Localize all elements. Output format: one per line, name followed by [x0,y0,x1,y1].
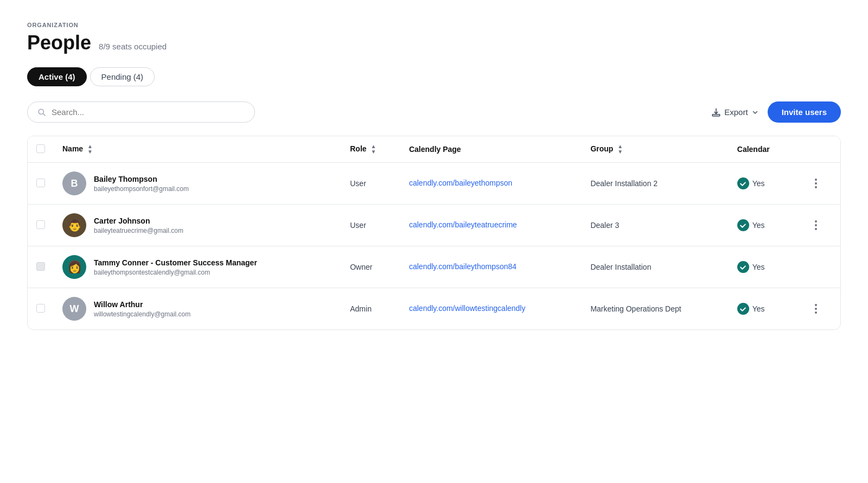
user-role: User [341,163,400,205]
table-row: WWillow Arthurwillowtestingcalendly@gmai… [28,288,840,330]
user-name: Carter Johnson [94,216,183,226]
user-group: Dealer Installation 2 [582,163,728,205]
search-wrapper [27,101,255,123]
user-group: Marketing Operations Dept [582,288,728,330]
calendly-page-link[interactable]: calendly.com/baileyteatruecrime [409,220,517,229]
export-label: Export [724,107,748,117]
avatar: 👨 [62,213,86,237]
user-email: baileyethompsonfort@gmail.com [94,185,189,193]
export-button[interactable]: Export [711,107,758,117]
toolbar: Export Invite users [27,101,841,123]
user-email: willowtestingcalendly@gmail.com [94,310,190,318]
col-group[interactable]: Group ▲▼ [582,136,728,163]
row-checkbox [36,262,45,271]
calendly-page-link[interactable]: calendly.com/willowtestingcalendly [409,304,526,313]
svg-line-1 [43,113,45,115]
col-role[interactable]: Role ▲▼ [341,136,400,163]
chevron-down-icon [751,109,759,116]
calendar-status: Yes [752,304,765,313]
table-row: BBailey Thompsonbaileyethompsonfort@gmai… [28,163,840,205]
avatar: W [62,297,86,321]
org-label: ORGANIZATION [27,22,841,28]
user-email: baileythompsontestcalendly@gmail.com [94,269,257,276]
more-options-button[interactable] [810,302,821,316]
user-email: baileyteatruecrime@gmail.com [94,227,183,234]
user-group: Dealer Installation [582,246,728,288]
avatar: 👩 [62,255,86,279]
people-table: Name ▲▼ Role ▲▼ Calendly Page Group ▲▼ C… [27,136,841,330]
col-name[interactable]: Name ▲▼ [54,136,341,163]
calendly-page-link[interactable]: calendly.com/baileyethompson [409,179,512,187]
tab-pending[interactable]: Pending (4) [90,67,155,86]
calendar-check-icon [737,219,749,231]
table-row: 👩Tammy Conner - Customer Success Manager… [28,246,840,288]
role-sort-icon: ▲▼ [371,144,376,155]
calendar-check-icon [737,303,749,315]
seats-info: 8/9 seats occupied [99,42,167,51]
user-role: Owner [341,246,400,288]
page-title: People [27,31,91,54]
col-actions [802,136,840,163]
tabs-row: Active (4) Pending (4) [27,67,841,86]
tab-active[interactable]: Active (4) [27,67,87,86]
calendar-check-icon [737,177,749,189]
col-calendar: Calendar [729,136,802,163]
row-checkbox[interactable] [36,220,45,229]
row-checkbox[interactable] [36,179,45,187]
name-sort-icon: ▲▼ [87,144,93,155]
table-row: 👨Carter Johnsonbaileyteatruecrime@gmail.… [28,205,840,246]
col-calendly-page: Calendly Page [400,136,582,163]
user-group: Dealer 3 [582,205,728,246]
user-name: Bailey Thompson [94,174,189,184]
search-input[interactable] [52,107,245,117]
row-checkbox[interactable] [36,304,45,313]
select-all-header [28,136,54,163]
calendar-status: Yes [752,179,765,188]
export-icon [711,107,721,117]
user-name: Tammy Conner - Customer Success Manager [94,258,257,268]
more-options-button[interactable] [810,176,821,190]
user-name: Willow Arthur [94,300,190,309]
calendar-status: Yes [752,221,765,230]
group-sort-icon: ▲▼ [617,144,623,155]
user-role: Admin [341,288,400,330]
avatar: B [62,171,86,195]
svg-rect-2 [713,114,720,116]
user-role: User [341,205,400,246]
search-icon [37,108,46,117]
svg-point-0 [39,109,43,114]
invite-users-button[interactable]: Invite users [768,101,841,123]
calendar-check-icon [737,261,749,273]
more-options-button[interactable] [810,218,821,232]
calendar-status: Yes [752,263,765,271]
select-all-checkbox[interactable] [36,144,45,153]
calendly-page-link[interactable]: calendly.com/baileythompson84 [409,262,516,271]
